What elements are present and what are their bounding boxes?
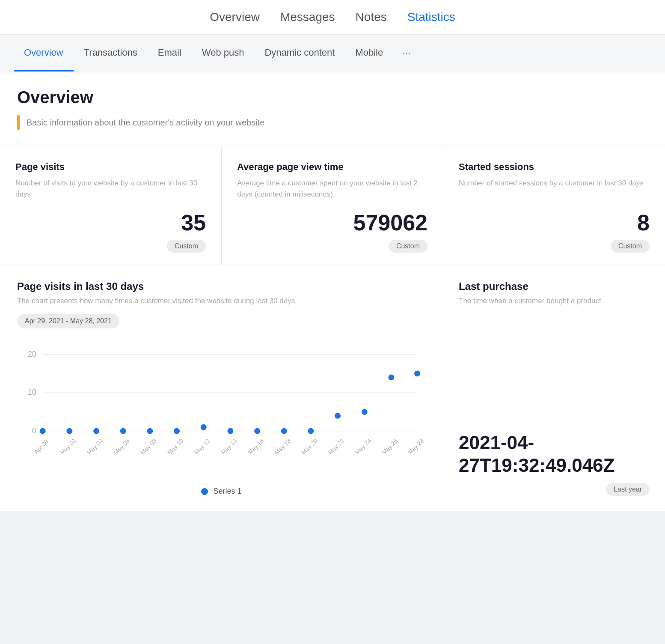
- svg-text:May 24: May 24: [353, 437, 372, 456]
- chart-dot: [120, 428, 126, 434]
- legend-dot: [201, 488, 208, 495]
- subnav-dynamic-content[interactable]: Dynamic content: [254, 35, 345, 72]
- chart-dot: [414, 370, 420, 376]
- chart-dot: [174, 428, 180, 434]
- badge-custom-3: Custom: [611, 240, 650, 253]
- bottom-row: Page visits in last 30 days The chart pr…: [0, 265, 665, 511]
- chart-card: Page visits in last 30 days The chart pr…: [0, 265, 443, 511]
- last-purchase-card: Last purchase The time when a customer b…: [443, 265, 665, 511]
- nav-statistics[interactable]: Statistics: [407, 10, 455, 24]
- legend-label: Series 1: [213, 487, 241, 496]
- chart-dot: [388, 374, 394, 380]
- chart-description: The chart presents how many times a cust…: [17, 297, 426, 305]
- chart-dot: [281, 428, 287, 434]
- nav-messages[interactable]: Messages: [280, 10, 335, 24]
- svg-text:May 10: May 10: [166, 437, 185, 456]
- subnav-transactions[interactable]: Transactions: [74, 35, 148, 72]
- stat-value-started-sessions: 8: [459, 210, 650, 236]
- yellow-accent-bar: [17, 115, 20, 130]
- subnav-more[interactable]: ···: [393, 35, 420, 72]
- nav-notes[interactable]: Notes: [356, 10, 387, 24]
- svg-text:May 06: May 06: [112, 437, 131, 456]
- svg-text:Apr 30: Apr 30: [33, 438, 50, 455]
- overview-description-text: Basic information about the customer's a…: [27, 118, 264, 128]
- stat-value-avg-view-time: 579062: [237, 210, 428, 236]
- stat-value-page-visits: 35: [15, 210, 206, 236]
- stat-title-page-visits: Page visits: [15, 161, 206, 173]
- chart-dot: [227, 428, 233, 434]
- sub-navigation: Overview Transactions Email Web push Dyn…: [0, 35, 665, 72]
- svg-text:May 16: May 16: [246, 437, 265, 456]
- svg-text:May 20: May 20: [300, 437, 319, 456]
- subnav-webpush[interactable]: Web push: [192, 35, 255, 72]
- svg-text:0: 0: [32, 426, 36, 435]
- chart-legend: Series 1: [17, 487, 426, 496]
- last-purchase-title: Last purchase: [459, 280, 650, 292]
- chart-dot: [93, 428, 99, 434]
- overview-header: Overview Basic information about the cus…: [0, 72, 665, 146]
- svg-text:May 02: May 02: [59, 437, 77, 456]
- last-purchase-value: 2021-04-27T19:32:49.046Z: [459, 432, 650, 477]
- stats-cards-row: Page visits Number of visits to your web…: [0, 146, 665, 265]
- stat-badge-page-visits: Custom: [15, 240, 206, 253]
- chart-dot: [362, 409, 368, 415]
- chart-dot: [308, 428, 314, 434]
- chart-dot: [201, 424, 207, 430]
- badge-custom-2: Custom: [389, 240, 428, 253]
- badge-custom-1: Custom: [167, 240, 206, 253]
- chart-dot: [66, 428, 72, 434]
- overview-title: Overview: [17, 88, 648, 107]
- stat-badge-avg-view-time: Custom: [237, 240, 428, 253]
- svg-text:May 08: May 08: [139, 437, 158, 456]
- chart-title: Page visits in last 30 days: [17, 280, 426, 292]
- subnav-overview[interactable]: Overview: [14, 35, 74, 72]
- svg-text:May 12: May 12: [193, 437, 211, 456]
- subnav-mobile[interactable]: Mobile: [345, 35, 393, 72]
- svg-text:20: 20: [28, 350, 36, 358]
- svg-text:May 04: May 04: [86, 437, 104, 456]
- stat-badge-started-sessions: Custom: [459, 240, 650, 253]
- chart-dot: [254, 428, 260, 434]
- stat-card-avg-view-time: Average page view time Average time a cu…: [222, 146, 443, 265]
- svg-text:May 22: May 22: [327, 437, 346, 456]
- last-purchase-description: The time when a customer bought a produc…: [459, 297, 650, 305]
- stat-title-avg-view-time: Average page view time: [237, 161, 428, 173]
- last-purchase-badge-row: Last year: [459, 483, 650, 496]
- page-content: Overview Basic information about the cus…: [0, 72, 665, 511]
- date-range-badge: Apr 29, 2021 - May 28, 2021: [17, 314, 119, 328]
- stat-card-started-sessions: Started sessions Number of started sessi…: [443, 146, 665, 265]
- line-chart: 20 10 0: [17, 341, 426, 478]
- svg-text:May 14: May 14: [220, 437, 238, 456]
- chart-svg: 20 10 0: [17, 341, 426, 470]
- stat-desc-page-visits: Number of visits to your website by a cu…: [15, 178, 206, 200]
- nav-overview[interactable]: Overview: [210, 10, 260, 24]
- stat-card-page-visits: Page visits Number of visits to your web…: [0, 146, 222, 265]
- stat-title-started-sessions: Started sessions: [459, 161, 650, 173]
- svg-text:May 26: May 26: [380, 437, 399, 456]
- stat-desc-avg-view-time: Average time a customer spent on your we…: [237, 178, 428, 200]
- subnav-email[interactable]: Email: [148, 35, 192, 72]
- chart-dot: [147, 428, 153, 434]
- svg-text:May 18: May 18: [273, 437, 292, 456]
- svg-text:10: 10: [28, 388, 36, 397]
- chart-dot: [40, 428, 46, 434]
- badge-last-year: Last year: [606, 483, 650, 496]
- chart-dot: [335, 413, 341, 419]
- svg-text:May 28: May 28: [407, 437, 425, 456]
- stat-desc-started-sessions: Number of started sessions by a customer…: [459, 178, 650, 200]
- top-navigation: Overview Messages Notes Statistics: [0, 0, 665, 35]
- overview-description-row: Basic information about the customer's a…: [17, 115, 648, 130]
